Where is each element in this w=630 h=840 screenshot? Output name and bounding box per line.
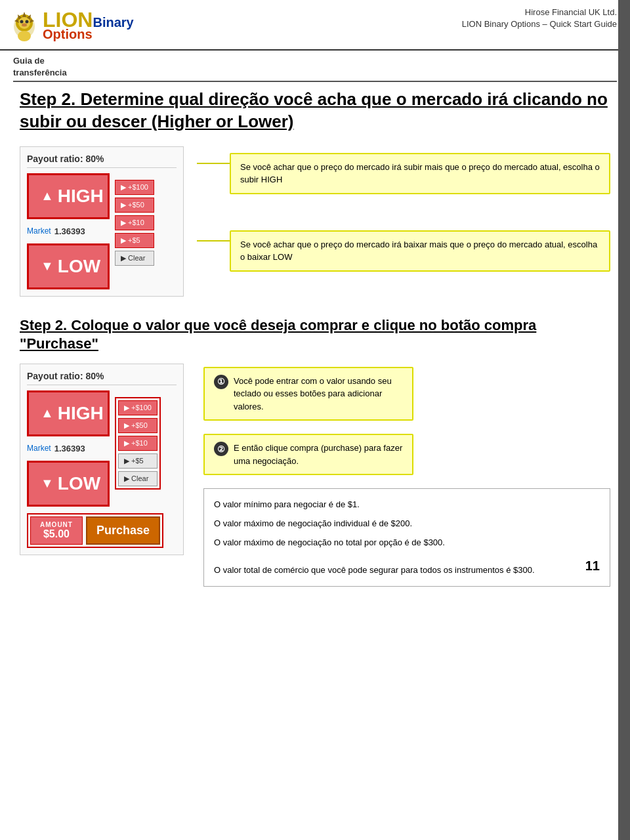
payout-ratio-2: Payout ratio: 80% (27, 371, 177, 385)
btn-clear-1[interactable]: ▶ Clear (115, 251, 154, 266)
market-row-1: Market 1.36393 (27, 224, 110, 238)
annotation2-text1: Você pode entrar com o valor usando seu … (234, 375, 403, 413)
lion-icon (7, 7, 43, 43)
section1-layout: Payout ratio: 80% ▲ HIGH Market 1.36393 (20, 146, 610, 297)
low-button-2[interactable]: ▼ LOW (29, 463, 108, 505)
high-annotation-box: Se você achar que o preço do mercado irá… (230, 153, 610, 194)
svg-point-8 (20, 20, 24, 24)
market-value-1: 1.36393 (54, 226, 85, 236)
btn-clear-2[interactable]: ▶ Clear (118, 471, 158, 486)
market-value-2: 1.36393 (54, 444, 85, 453)
svg-point-11 (18, 31, 31, 41)
low-annotation-text: Se você achar que o preço do mercado irá… (240, 240, 597, 262)
spacer (197, 207, 610, 217)
btn-10-1[interactable]: ▶ +$10 (115, 215, 154, 230)
high-label: HIGH (58, 186, 104, 207)
step1-heading: Step 2. Determine qual direção você acha… (20, 89, 610, 133)
logo-text: LION Binary Options (43, 9, 134, 41)
low-annotation-group: Se você achar que o preço do mercado irá… (197, 230, 610, 272)
trading-controls-2: ▲ HIGH Market 1.36393 ▼ LOW (27, 390, 177, 507)
btn-10-2[interactable]: ▶ +$10 (118, 436, 158, 451)
btn-100-2[interactable]: ▶ +$100 (118, 400, 158, 415)
connector-low (197, 240, 230, 242)
breadcrumb-line2: transferência (13, 68, 67, 77)
breadcrumb: Guia de transferência (0, 51, 630, 78)
svg-point-10 (22, 24, 27, 27)
logo-binary-text: Binary (93, 16, 133, 29)
annotation2-box2: ② E então clique compra (purchase) para … (203, 434, 413, 475)
btn-100-1[interactable]: ▶ +$100 (115, 180, 154, 195)
btn-50-2[interactable]: ▶ +$50 (118, 418, 158, 433)
low-annotation-box: Se você achar que o preço do mercado irá… (230, 230, 610, 272)
payout-ratio-1: Payout ratio: 80% (27, 154, 177, 168)
logo-options-text: Options (43, 28, 134, 41)
market-label-1: Market (27, 226, 51, 236)
direction-buttons-2: ▲ HIGH Market 1.36393 ▼ LOW (27, 390, 110, 507)
market-label-2: Market (27, 444, 51, 453)
annotation2-box1: ① Você pode entrar com o valor usando se… (203, 367, 413, 421)
high-button[interactable]: ▲ HIGH (29, 175, 108, 217)
high-button-outline: ▲ HIGH (27, 173, 110, 219)
section2-layout: Payout ratio: 80% ▲ HIGH Market 1.36393 (20, 364, 610, 587)
svg-marker-3 (22, 12, 26, 17)
btn-50-1[interactable]: ▶ +$50 (115, 198, 154, 213)
company-line2: LION Binary Options – Quick Start Guide (462, 18, 617, 30)
increment-buttons-2: ▶ +$100 ▶ +$50 ▶ +$10 ▶ +$5 ▶ Clear (115, 397, 161, 490)
high-arrow-2: ▲ (41, 406, 54, 421)
low-arrow-2: ▼ (41, 476, 54, 491)
increment-buttons-1: ▶ +$100 ▶ +$50 ▶ +$10 ▶ +$5 ▶ Clear (115, 180, 154, 266)
annotations-1: Se você achar que o preço do mercado irá… (197, 146, 610, 272)
direction-buttons: ▲ HIGH Market 1.36393 ▼ LOW (27, 173, 110, 289)
market-row-2: Market 1.36393 (27, 442, 110, 455)
svg-point-9 (26, 20, 29, 24)
page-number: 11 (585, 553, 600, 578)
annotation2-group1: ① Você pode entrar com o valor usando se… (203, 367, 610, 421)
amount-display: AMOUNT $5.00 (30, 516, 83, 545)
low-button[interactable]: ▼ LOW (29, 245, 108, 287)
low-label-2: LOW (58, 473, 100, 494)
step-circle-1: ① (214, 375, 228, 389)
annotations-2: ① Você pode entrar com o valor usando se… (184, 364, 610, 587)
high-button-outline-2: ▲ HIGH (27, 390, 110, 436)
info-last-row: O valor total de comércio que você pode … (214, 553, 600, 578)
info-block: O valor mínimo para negociar é de $1. O … (203, 488, 610, 587)
svg-point-2 (18, 17, 30, 29)
page-header: LION Binary Options Hirose Financial UK … (0, 0, 630, 51)
annotation2-text2: E então clique compra (purchase) para fa… (234, 442, 403, 467)
high-label-2: HIGH (58, 403, 104, 424)
high-button-2[interactable]: ▲ HIGH (29, 392, 108, 434)
high-annotation-group: Se você achar que o preço do mercado irá… (197, 153, 610, 194)
trading-interface-2: Payout ratio: 80% ▲ HIGH Market 1.36393 (20, 364, 184, 555)
low-button-outline: ▼ LOW (27, 243, 110, 289)
trading-interface-1: Payout ratio: 80% ▲ HIGH Market 1.36393 (20, 146, 184, 297)
amount-label: AMOUNT (37, 521, 75, 528)
high-arrow: ▲ (41, 188, 54, 203)
annotation2-content2: ② E então clique compra (purchase) para … (214, 442, 403, 467)
btn-5-2[interactable]: ▶ +$5 (118, 453, 158, 469)
logo: LION Binary Options (7, 7, 134, 43)
low-label: LOW (58, 256, 100, 277)
info-line4: O valor total de comércio que você pode … (214, 562, 579, 579)
info-line2: O valor máximo de negociação individual … (214, 516, 600, 532)
company-line1: Hirose Financial UK Ltd. (462, 7, 617, 18)
trading-controls-1: ▲ HIGH Market 1.36393 ▼ LOW (27, 173, 177, 289)
high-annotation-text: Se você achar que o preço do mercado irá… (240, 162, 600, 185)
purchase-button[interactable]: Purchase (86, 516, 160, 545)
breadcrumb-line1: Guia de (13, 56, 45, 66)
annotation2-group2: ② E então clique compra (purchase) para … (203, 434, 610, 475)
sidebar-decoration (618, 0, 630, 840)
amount-value: $5.00 (37, 528, 75, 540)
low-arrow: ▼ (41, 259, 54, 274)
company-info: Hirose Financial UK Ltd. LION Binary Opt… (462, 7, 617, 30)
info-line1: O valor mínimo para negociar é de $1. (214, 497, 600, 513)
low-button-outline-2: ▼ LOW (27, 461, 110, 507)
btn-5-1[interactable]: ▶ +$5 (115, 233, 154, 248)
annotation2-content1: ① Você pode entrar com o valor usando se… (214, 375, 403, 413)
step-circle-2: ② (214, 442, 228, 456)
info-line3: O valor máximo de negociação no total po… (214, 535, 600, 551)
main-content: Step 2. Determine qual direção você acha… (0, 82, 630, 600)
purchase-row: AMOUNT $5.00 Purchase (27, 513, 163, 548)
connector-high (197, 163, 230, 164)
step2-heading: Step 2. Coloque o valor que você deseja … (20, 316, 610, 354)
